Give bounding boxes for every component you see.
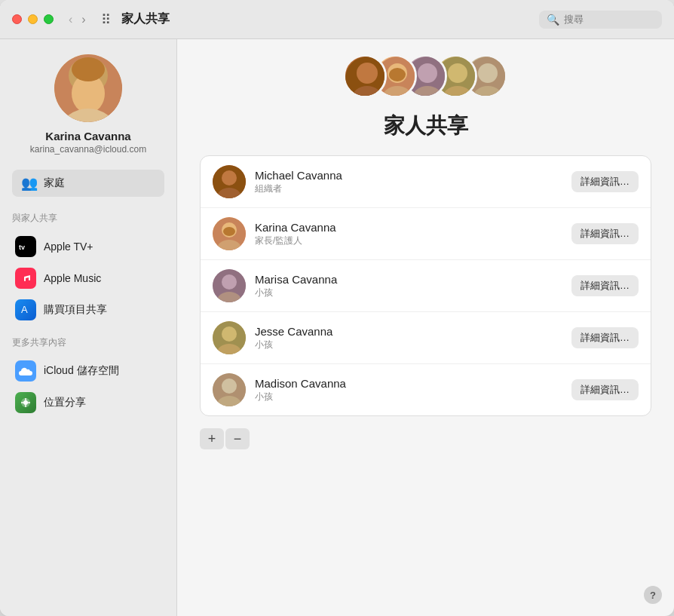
table-row: Madison Cavanna 小孩 詳細資訊…	[201, 364, 651, 415]
maximize-button[interactable]	[44, 14, 54, 24]
member-role-1: 組織者	[255, 182, 562, 195]
window-title: 家人共享	[121, 11, 539, 27]
member-avatar-5	[213, 373, 246, 406]
svg-point-40	[222, 326, 237, 342]
sidebar: Karina Cavanna karina_cavanna@icloud.com…	[0, 39, 177, 616]
member-name-4: Jesse Cavanna	[255, 325, 562, 338]
sidebar-item-applemusic[interactable]: Apple Music	[12, 262, 164, 294]
svg-text:tv: tv	[19, 244, 25, 251]
applemusic-label: Apple Music	[44, 272, 101, 284]
icloud-icon	[15, 360, 36, 382]
member-info-4: Jesse Cavanna 小孩	[255, 325, 562, 351]
appletv-icon: tv	[15, 236, 36, 257]
sidebar-item-icloud[interactable]: iCloud 儲存空間	[12, 355, 164, 387]
header-avatar-1	[343, 54, 387, 98]
titlebar: ‹ › ⠿ 家人共享 🔍	[0, 0, 674, 39]
svg-point-18	[389, 68, 406, 81]
appstore-icon: A	[15, 299, 36, 320]
table-row: Karina Cavanna 家長/監護人 詳細資訊…	[201, 208, 651, 260]
user-avatar	[54, 54, 122, 122]
user-name: Karina Cavanna	[45, 130, 130, 143]
members-area: Michael Cavanna 組織者 詳細資訊…	[200, 155, 651, 449]
add-member-button[interactable]: +	[200, 428, 224, 449]
appstore-label: 購買項目共享	[44, 303, 107, 317]
svg-point-30	[222, 170, 237, 185]
search-input[interactable]	[564, 14, 654, 25]
search-bar: 🔍	[539, 11, 662, 29]
appletv-label: Apple TV+	[44, 241, 93, 253]
main-window: ‹ › ⠿ 家人共享 🔍	[0, 0, 674, 616]
main-title: 家人共享	[384, 112, 468, 140]
member-name-2: Karina Cavanna	[255, 221, 562, 234]
svg-point-21	[418, 63, 437, 83]
member-avatar-4	[213, 321, 246, 354]
svg-point-3	[72, 57, 105, 81]
content-area: Karina Cavanna karina_cavanna@icloud.com…	[0, 39, 674, 616]
sidebar-item-location[interactable]: 位置分享	[12, 387, 164, 418]
remove-member-button[interactable]: −	[225, 428, 250, 449]
nav-buttons: ‹ ›	[66, 11, 89, 28]
member-info-1: Michael Cavanna 組織者	[255, 169, 562, 195]
help-button[interactable]: ?	[644, 586, 662, 604]
traffic-lights	[12, 14, 54, 24]
members-list: Michael Cavanna 組織者 詳細資訊…	[200, 155, 651, 416]
more-sharing-label: 更多共享內容	[12, 336, 164, 349]
member-avatar-2	[213, 217, 246, 250]
close-button[interactable]	[12, 14, 22, 24]
details-button-5[interactable]: 詳細資訊…	[571, 379, 639, 400]
member-avatar-1	[213, 165, 246, 198]
svg-point-27	[478, 63, 498, 83]
location-icon	[15, 392, 36, 413]
member-role-2: 家長/監護人	[255, 234, 562, 247]
member-role-5: 小孩	[255, 391, 562, 403]
svg-point-24	[448, 63, 467, 83]
svg-point-34	[223, 227, 235, 236]
svg-point-14	[357, 63, 378, 84]
family-label: 家庭	[44, 176, 65, 190]
member-info-2: Karina Cavanna 家長/監護人	[255, 221, 562, 247]
details-button-2[interactable]: 詳細資訊…	[571, 223, 639, 244]
member-info-5: Madison Cavanna 小孩	[255, 377, 562, 403]
main-content: 家人共享 Michael Cavanna	[177, 39, 674, 616]
member-role-4: 小孩	[255, 339, 562, 351]
member-name-3: Marisa Cavanna	[255, 273, 562, 286]
applemusic-icon	[15, 268, 36, 289]
grid-button[interactable]: ⠿	[98, 10, 114, 29]
location-label: 位置分享	[44, 396, 86, 409]
sidebar-item-appstore[interactable]: A 購買項目共享	[12, 294, 164, 326]
svg-point-37	[222, 274, 237, 290]
back-button[interactable]: ‹	[66, 11, 75, 28]
member-info-3: Marisa Cavanna 小孩	[255, 273, 562, 299]
family-item[interactable]: 👥 家庭	[12, 170, 164, 197]
family-icon: 👥	[21, 175, 38, 192]
share-with-family-label: 與家人共享	[12, 212, 164, 225]
user-profile-section: Karina Cavanna karina_cavanna@icloud.com	[12, 54, 164, 155]
svg-text:A: A	[21, 304, 28, 315]
icloud-label: iCloud 儲存空間	[44, 364, 119, 378]
member-avatars-row	[343, 54, 509, 100]
svg-point-43	[222, 378, 237, 394]
user-email: karina_cavanna@icloud.com	[30, 144, 146, 155]
sidebar-item-appletv[interactable]: tv Apple TV+	[12, 231, 164, 262]
table-row: Marisa Cavanna 小孩 詳細資訊…	[201, 260, 651, 312]
member-name-5: Madison Cavanna	[255, 377, 562, 390]
table-row: Jesse Cavanna 小孩 詳細資訊…	[201, 312, 651, 364]
forward-button[interactable]: ›	[78, 11, 88, 28]
svg-point-8	[23, 400, 28, 405]
minimize-button[interactable]	[28, 14, 38, 24]
member-name-1: Michael Cavanna	[255, 169, 562, 182]
table-row: Michael Cavanna 組織者 詳細資訊…	[201, 156, 651, 208]
details-button-4[interactable]: 詳細資訊…	[571, 327, 639, 348]
details-button-3[interactable]: 詳細資訊…	[571, 275, 639, 296]
search-icon: 🔍	[547, 14, 559, 26]
details-button-1[interactable]: 詳細資訊…	[571, 171, 639, 192]
bottom-buttons: + −	[200, 428, 250, 449]
member-avatar-3	[213, 269, 246, 302]
member-role-3: 小孩	[255, 287, 562, 299]
